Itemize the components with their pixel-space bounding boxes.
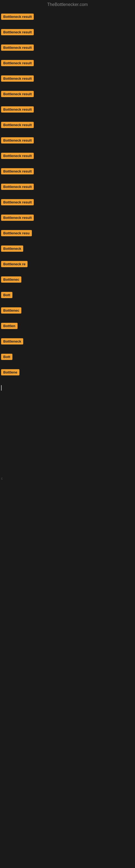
list-item: Bottleneck result — [0, 212, 135, 227]
bottleneck-badge-18[interactable]: Bottlenec — [1, 276, 21, 283]
bottleneck-badge-8[interactable]: Bottleneck result — [1, 122, 34, 128]
small-char: c — [1, 476, 3, 480]
list-item: Bottleneck result — [0, 88, 135, 104]
list-item: Bott — [0, 289, 135, 305]
list-item: Bottleneck result — [0, 134, 135, 150]
list-item: Bottlenec — [0, 274, 135, 289]
bottleneck-badge-9[interactable]: Bottleneck result — [1, 137, 34, 144]
small-char-row: c — [0, 475, 135, 483]
page-wrapper: TheBottlenecker.com Bottleneck result Bo… — [0, 0, 135, 647]
cursor-row — [0, 382, 135, 399]
empty-space-1 — [0, 399, 135, 475]
list-item: Bottlene — [0, 367, 135, 382]
bottleneck-badge-1[interactable]: Bottleneck result — [1, 13, 34, 20]
site-title: TheBottlenecker.com — [0, 0, 135, 9]
bottleneck-badge-19[interactable]: Bott — [1, 292, 12, 298]
list-item: Bottleneck result — [0, 26, 135, 42]
list-item: Bottleneck result — [0, 104, 135, 119]
list-item: Bottleneck result — [0, 150, 135, 165]
bottleneck-badge-11[interactable]: Bottleneck result — [1, 168, 34, 175]
bottleneck-badge-15[interactable]: Bottleneck resu — [1, 230, 32, 236]
bottleneck-badge-17[interactable]: Bottleneck re — [1, 261, 28, 267]
list-item: Bottleneck — [0, 243, 135, 258]
bottleneck-badge-6[interactable]: Bottleneck result — [1, 91, 34, 97]
bottleneck-badge-4[interactable]: Bottleneck result — [1, 60, 34, 66]
bottleneck-badge-2[interactable]: Bottleneck result — [1, 29, 34, 35]
bottleneck-badge-3[interactable]: Bottleneck result — [1, 44, 34, 51]
bottleneck-badge-21[interactable]: Bottlen — [1, 323, 17, 329]
list-item: Bottleneck result — [0, 196, 135, 212]
list-item: Bottleneck resu — [0, 227, 135, 243]
bottleneck-list: Bottleneck result Bottleneck result Bott… — [0, 9, 135, 647]
bottleneck-badge-16[interactable]: Bottleneck — [1, 246, 23, 252]
list-item: Bottleneck result — [0, 10, 135, 26]
bottleneck-badge-14[interactable]: Bottleneck result — [1, 215, 34, 221]
list-item: Bott — [0, 351, 135, 367]
list-item: Bottleneck result — [0, 73, 135, 88]
empty-space-2 — [0, 483, 135, 646]
bottleneck-badge-7[interactable]: Bottleneck result — [1, 106, 34, 113]
list-item: Bottleneck result — [0, 42, 135, 57]
list-item: Bottleneck result — [0, 119, 135, 134]
list-item: Bottleneck — [0, 336, 135, 351]
list-item: Bottleneck re — [0, 258, 135, 274]
bottleneck-badge-5[interactable]: Bottleneck result — [1, 75, 34, 82]
list-item: Bottleneck result — [0, 165, 135, 181]
bottleneck-badge-22[interactable]: Bottleneck — [1, 338, 23, 344]
bottleneck-badge-10[interactable]: Bottleneck result — [1, 153, 34, 159]
bottleneck-badge-24[interactable]: Bottlene — [1, 369, 19, 375]
list-item: Bottlenec — [0, 305, 135, 320]
bottleneck-badge-20[interactable]: Bottlenec — [1, 307, 21, 314]
list-item: Bottleneck result — [0, 57, 135, 73]
bottleneck-badge-12[interactable]: Bottleneck result — [1, 184, 34, 190]
text-cursor — [1, 385, 2, 391]
list-item: Bottleneck result — [0, 181, 135, 196]
bottleneck-badge-13[interactable]: Bottleneck result — [1, 199, 34, 205]
bottleneck-badge-23[interactable]: Bott — [1, 354, 12, 360]
list-item: Bottlen — [0, 320, 135, 336]
